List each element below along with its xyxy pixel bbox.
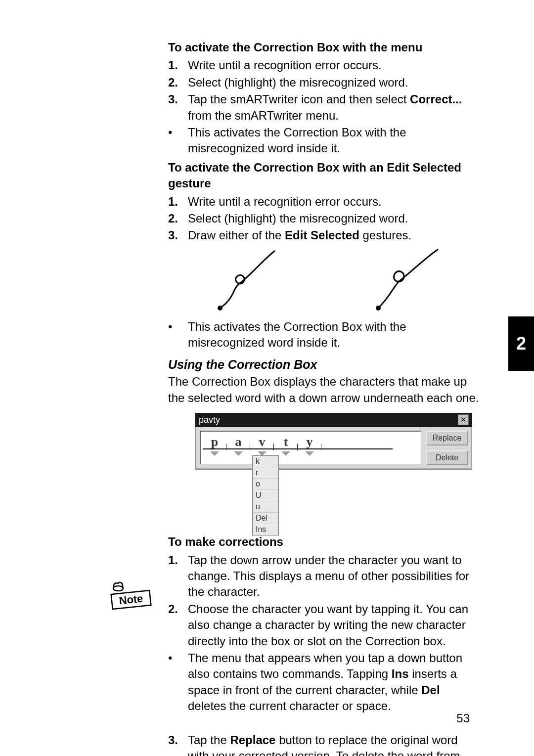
char-slot[interactable]: p xyxy=(203,435,226,456)
bullet-marker: • xyxy=(168,319,188,351)
dropdown-option-del[interactable]: Del xyxy=(253,513,278,524)
text-fragment: Tap the xyxy=(188,733,230,747)
svg-point-0 xyxy=(218,306,222,311)
text-fragment: Tap the smARTwriter icon and then select xyxy=(188,92,410,106)
char-slot-empty[interactable] xyxy=(345,435,369,456)
step-text: Write until a recognition error occurs. xyxy=(188,194,480,210)
char-slot[interactable]: y xyxy=(298,435,321,456)
bullet-after-gesture: •This activates the Correction Box with … xyxy=(168,319,480,351)
step-text: Write until a recognition error occurs. xyxy=(188,57,480,73)
step-text: Draw either of the Edit Selected gesture… xyxy=(188,227,480,243)
note-text: The menu that appears when you tap a dow… xyxy=(188,650,480,714)
step-text: Tap the down arrow under the character y… xyxy=(188,552,480,600)
list-marker: 2. xyxy=(168,601,188,649)
note-icon: Note xyxy=(109,578,153,613)
chevron-down-icon[interactable] xyxy=(305,451,314,456)
heading-make-corrections: To make corrections xyxy=(168,534,480,550)
step-text: Select (highlight) the misrecognized wor… xyxy=(188,75,480,90)
correction-box-titlebar: pavty ✕ xyxy=(195,413,472,427)
correction-box-figure: pavty ✕ p a v xyxy=(195,413,480,470)
step-text: Tap the smARTwriter icon and then select… xyxy=(188,91,480,124)
intro-paragraph: The Correction Box displays the characte… xyxy=(168,374,480,406)
bullet-marker: • xyxy=(168,650,188,714)
text-fragment: deletes the current character or space. xyxy=(188,699,391,712)
char-slot[interactable]: t xyxy=(274,435,298,456)
gesture-icon-2 xyxy=(363,249,443,313)
char-letter: v xyxy=(250,435,274,449)
character-area: p a v t xyxy=(200,431,421,464)
list-marker: 1. xyxy=(168,552,188,600)
chapter-tab: 2 xyxy=(508,316,534,371)
bold-ins: Ins xyxy=(392,667,409,680)
chevron-down-icon[interactable] xyxy=(281,451,290,456)
list-marker: 3. xyxy=(168,227,188,243)
bullet-marker: • xyxy=(168,125,188,157)
dropdown-option[interactable]: o xyxy=(253,479,278,490)
replace-button[interactable]: Replace xyxy=(426,431,468,445)
bold-edit-selected: Edit Selected xyxy=(285,228,359,242)
dropdown-option-ins[interactable]: Ins xyxy=(253,524,278,535)
list-marker: 1. xyxy=(168,194,188,210)
delete-button[interactable]: Delete xyxy=(426,450,468,465)
dropdown-option[interactable]: U xyxy=(253,490,278,501)
correction-box-title-text: pavty xyxy=(199,415,220,425)
char-letter: p xyxy=(203,435,226,449)
note-label-text: Note xyxy=(118,592,143,607)
list-marker: 2. xyxy=(168,211,188,226)
svg-point-2 xyxy=(113,586,123,591)
char-letter: t xyxy=(274,435,298,449)
char-slot[interactable]: v xyxy=(250,435,274,456)
list-marker: 2. xyxy=(168,75,188,90)
heading-activate-menu: To activate the Correction Box with the … xyxy=(168,40,480,55)
svg-point-1 xyxy=(376,306,381,311)
list-marker: 1. xyxy=(168,57,188,73)
close-icon[interactable]: ✕ xyxy=(458,414,469,425)
list-marker: 3. xyxy=(168,732,188,756)
page-number: 53 xyxy=(456,712,470,725)
bullet-text: This activates the Correction Box with t… xyxy=(188,125,480,157)
ordered-list-activate-menu: 1.Write until a recognition error occurs… xyxy=(168,57,480,156)
ordered-list-make-corrections: 1.Tap the down arrow under the character… xyxy=(168,552,480,714)
dropdown-option[interactable]: r xyxy=(253,467,278,479)
list-marker: 3. xyxy=(168,91,188,124)
dropdown-option[interactable]: u xyxy=(253,501,278,513)
chevron-down-icon[interactable] xyxy=(234,451,243,456)
bold-correct: Correct... xyxy=(410,92,462,106)
char-letter: a xyxy=(226,435,250,449)
char-suggestions-dropdown[interactable]: k r o U u Del Ins xyxy=(252,455,279,535)
ordered-list-step3: 3. Tap the Replace button to replace the… xyxy=(168,732,480,756)
text-fragment: from the smARTwriter menu. xyxy=(188,109,339,122)
step-text: Choose the character you want by tapping… xyxy=(188,601,480,649)
chevron-down-icon[interactable] xyxy=(210,451,219,456)
ordered-list-activate-gesture: 1.Write until a recognition error occurs… xyxy=(168,194,480,244)
dropdown-option[interactable]: k xyxy=(253,456,278,467)
text-fragment: Draw either of the xyxy=(188,228,285,242)
text-fragment: gestures. xyxy=(359,228,411,242)
gesture-illustrations xyxy=(168,249,480,313)
char-letter: y xyxy=(298,435,321,449)
step-text: Select (highlight) the misrecognized wor… xyxy=(188,211,480,226)
step-text: Tap the Replace button to replace the or… xyxy=(188,732,480,756)
char-slot[interactable]: a xyxy=(226,435,250,456)
heading-activate-gesture: To activate the Correction Box with an E… xyxy=(168,160,480,192)
bold-del: Del xyxy=(421,683,440,697)
char-slot-empty[interactable] xyxy=(321,435,345,456)
bold-replace: Replace xyxy=(230,733,275,747)
bullet-text: This activates the Correction Box with t… xyxy=(188,319,480,351)
heading-using-correction-box: Using the Correction Box xyxy=(168,357,480,372)
char-slot-empty[interactable] xyxy=(369,435,393,456)
gesture-icon-1 xyxy=(205,249,284,313)
